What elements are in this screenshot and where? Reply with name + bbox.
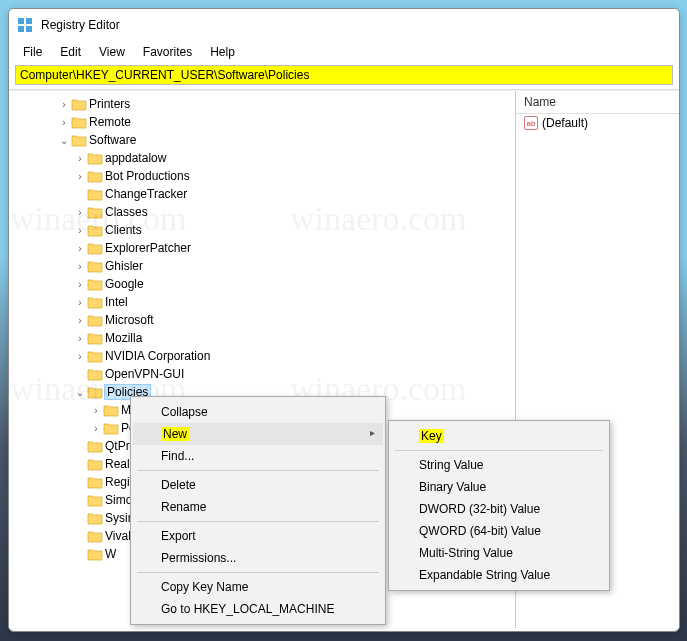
chevron-right-icon[interactable]: › bbox=[73, 153, 87, 164]
chevron-right-icon[interactable]: › bbox=[89, 423, 103, 434]
tree-item-label: Remote bbox=[89, 115, 131, 129]
tree-item[interactable]: ›Clients bbox=[9, 221, 515, 239]
tree-item-label: Mozilla bbox=[105, 331, 142, 345]
tree-item[interactable]: OpenVPN-GUI bbox=[9, 365, 515, 383]
tree-item[interactable]: ⌄Software bbox=[9, 131, 515, 149]
ctx-new[interactable]: New bbox=[133, 423, 383, 445]
chevron-right-icon[interactable]: › bbox=[73, 171, 87, 182]
tree-item-label: Bot Productions bbox=[105, 169, 190, 183]
svg-rect-3 bbox=[26, 26, 32, 32]
ctx-new-key[interactable]: Key bbox=[391, 425, 607, 447]
ctx-copy-key-name[interactable]: Copy Key Name bbox=[133, 576, 383, 598]
folder-icon bbox=[71, 133, 87, 147]
tree-item[interactable]: ›Printers bbox=[9, 95, 515, 113]
svg-rect-2 bbox=[18, 26, 24, 32]
menu-edit[interactable]: Edit bbox=[52, 43, 89, 61]
values-header-name[interactable]: Name bbox=[516, 91, 679, 114]
tree-item[interactable]: ›Ghisler bbox=[9, 257, 515, 275]
ctx-separator bbox=[137, 470, 379, 471]
tree-item[interactable]: ›appdatalow bbox=[9, 149, 515, 167]
folder-icon bbox=[87, 349, 103, 363]
ctx-collapse[interactable]: Collapse bbox=[133, 401, 383, 423]
tree-item-label: W bbox=[105, 547, 116, 561]
folder-icon bbox=[87, 331, 103, 345]
ctx-new-binary[interactable]: Binary Value bbox=[391, 476, 607, 498]
tree-item-label: ChangeTracker bbox=[105, 187, 187, 201]
folder-icon bbox=[87, 493, 103, 507]
ctx-permissions[interactable]: Permissions... bbox=[133, 547, 383, 569]
tree-item-label: Vival bbox=[105, 529, 131, 543]
ctx-goto-hklm[interactable]: Go to HKEY_LOCAL_MACHINE bbox=[133, 598, 383, 620]
ctx-separator bbox=[137, 521, 379, 522]
folder-icon bbox=[87, 259, 103, 273]
ctx-new-multi-string[interactable]: Multi-String Value bbox=[391, 542, 607, 564]
chevron-right-icon[interactable]: › bbox=[57, 99, 71, 110]
tree-item-label: ExplorerPatcher bbox=[105, 241, 191, 255]
folder-icon bbox=[87, 241, 103, 255]
chevron-right-icon[interactable]: › bbox=[73, 279, 87, 290]
address-input[interactable] bbox=[15, 65, 673, 85]
menu-view[interactable]: View bbox=[91, 43, 133, 61]
tree-item[interactable]: ›Intel bbox=[9, 293, 515, 311]
chevron-right-icon[interactable]: › bbox=[73, 225, 87, 236]
folder-icon bbox=[103, 403, 119, 417]
value-name: (Default) bbox=[542, 116, 588, 130]
chevron-right-icon[interactable]: › bbox=[73, 333, 87, 344]
ctx-delete[interactable]: Delete bbox=[133, 474, 383, 496]
menu-favorites[interactable]: Favorites bbox=[135, 43, 200, 61]
chevron-right-icon[interactable]: › bbox=[73, 243, 87, 254]
svg-rect-0 bbox=[18, 18, 24, 24]
tree-item-label: Realt bbox=[105, 457, 133, 471]
ctx-new-expandable-string[interactable]: Expandable String Value bbox=[391, 564, 607, 586]
tree-item[interactable]: ›Classes bbox=[9, 203, 515, 221]
chevron-right-icon[interactable]: › bbox=[89, 405, 103, 416]
tree-item-label: Printers bbox=[89, 97, 130, 111]
chevron-right-icon[interactable]: › bbox=[73, 207, 87, 218]
chevron-right-icon[interactable]: › bbox=[73, 315, 87, 326]
folder-icon bbox=[87, 457, 103, 471]
folder-icon bbox=[87, 313, 103, 327]
tree-item-label: Microsoft bbox=[105, 313, 154, 327]
tree-item[interactable]: ›NVIDIA Corporation bbox=[9, 347, 515, 365]
folder-icon bbox=[87, 223, 103, 237]
context-menu-key: Collapse New Find... Delete Rename Expor… bbox=[130, 396, 386, 625]
ctx-find[interactable]: Find... bbox=[133, 445, 383, 467]
tree-item[interactable]: ›Bot Productions bbox=[9, 167, 515, 185]
chevron-down-icon[interactable]: ⌄ bbox=[73, 387, 87, 398]
addressbar-row bbox=[9, 63, 679, 90]
app-icon bbox=[17, 17, 33, 33]
tree-item-label: OpenVPN-GUI bbox=[105, 367, 184, 381]
chevron-down-icon[interactable]: ⌄ bbox=[57, 135, 71, 146]
chevron-right-icon[interactable]: › bbox=[73, 261, 87, 272]
folder-icon bbox=[87, 151, 103, 165]
tree-item[interactable]: ChangeTracker bbox=[9, 185, 515, 203]
ctx-export[interactable]: Export bbox=[133, 525, 383, 547]
ctx-new-dword[interactable]: DWORD (32-bit) Value bbox=[391, 498, 607, 520]
folder-icon bbox=[87, 169, 103, 183]
folder-icon bbox=[87, 529, 103, 543]
ctx-new-string[interactable]: String Value bbox=[391, 454, 607, 476]
folder-icon bbox=[87, 475, 103, 489]
titlebar[interactable]: Registry Editor bbox=[9, 9, 679, 41]
tree-item[interactable]: ›Remote bbox=[9, 113, 515, 131]
tree-item[interactable]: ›Google bbox=[9, 275, 515, 293]
tree-item-label: Ghisler bbox=[105, 259, 143, 273]
tree-item-label: Classes bbox=[105, 205, 148, 219]
window-title: Registry Editor bbox=[41, 18, 120, 32]
tree-item[interactable]: ›Mozilla bbox=[9, 329, 515, 347]
folder-icon bbox=[103, 421, 119, 435]
value-row-default[interactable]: ab (Default) bbox=[516, 114, 679, 132]
menu-file[interactable]: File bbox=[15, 43, 50, 61]
tree-item[interactable]: ›Microsoft bbox=[9, 311, 515, 329]
chevron-right-icon[interactable]: › bbox=[57, 117, 71, 128]
folder-icon bbox=[87, 205, 103, 219]
folder-icon bbox=[71, 115, 87, 129]
folder-icon bbox=[87, 295, 103, 309]
menu-help[interactable]: Help bbox=[202, 43, 243, 61]
tree-item[interactable]: ›ExplorerPatcher bbox=[9, 239, 515, 257]
ctx-new-qword[interactable]: QWORD (64-bit) Value bbox=[391, 520, 607, 542]
ctx-rename[interactable]: Rename bbox=[133, 496, 383, 518]
folder-icon bbox=[87, 277, 103, 291]
chevron-right-icon[interactable]: › bbox=[73, 351, 87, 362]
chevron-right-icon[interactable]: › bbox=[73, 297, 87, 308]
